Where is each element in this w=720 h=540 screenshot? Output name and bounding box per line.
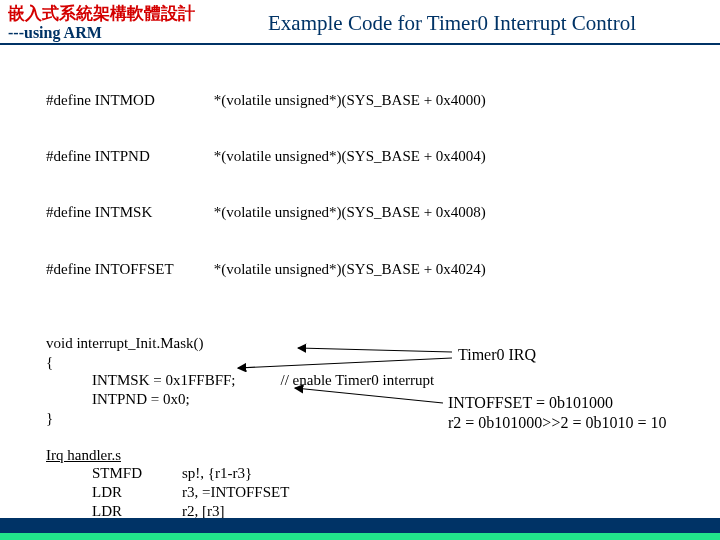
brace-close: }: [46, 410, 53, 426]
define-line: #define INTOFFSET: [46, 260, 174, 279]
define-line: #define INTMSK: [46, 203, 174, 222]
func-line: INTPND = 0x0;: [46, 391, 190, 407]
func-comment: // enable Timer0 interrupt: [281, 372, 435, 388]
define-line: #define INTPND: [46, 147, 174, 166]
define-value: *(volatile unsigned*)(SYS_BASE + 0x4008): [214, 203, 486, 222]
define-value: *(volatile unsigned*)(SYS_BASE + 0x4024): [214, 260, 486, 279]
slide-body: #define INTMOD #define INTPND #define IN…: [0, 45, 720, 540]
defines-block: #define INTMOD #define INTPND #define IN…: [46, 53, 720, 316]
slide-header: 嵌入式系統架構軟體設計 ---using ARM Example Code fo…: [0, 0, 720, 45]
footer-bar: [0, 518, 720, 540]
func-signature: void interrupt_Init.Mask(): [46, 335, 203, 351]
define-line: #define INTMOD: [46, 91, 174, 110]
define-value: *(volatile unsigned*)(SYS_BASE + 0x4004): [214, 147, 486, 166]
chinese-title: 嵌入式系統架構軟體設計: [8, 5, 268, 24]
main-title: Example Code for Timer0 Interrupt Contro…: [268, 5, 710, 36]
func-line: INTMSK = 0x1FFBFF;: [46, 372, 236, 388]
subtitle: ---using ARM: [8, 24, 268, 42]
annotation-timer-irq: Timer0 IRQ: [458, 346, 536, 364]
asm-line: STMFDsp!, {r1-r3}: [92, 464, 720, 483]
annotation-intoffset: INTOFFSET = 0b101000 r2 = 0b101000>>2 = …: [448, 393, 666, 433]
asm-line: LDRr3, =INTOFFSET: [92, 483, 720, 502]
header-left-block: 嵌入式系統架構軟體設計 ---using ARM: [8, 5, 268, 41]
asm-label: Irq handler.s: [46, 446, 720, 465]
defines-values-col: *(volatile unsigned*)(SYS_BASE + 0x4000)…: [214, 53, 486, 316]
define-value: *(volatile unsigned*)(SYS_BASE + 0x4000): [214, 91, 486, 110]
defines-names-col: #define INTMOD #define INTPND #define IN…: [46, 53, 174, 316]
brace-open: {: [46, 354, 53, 370]
